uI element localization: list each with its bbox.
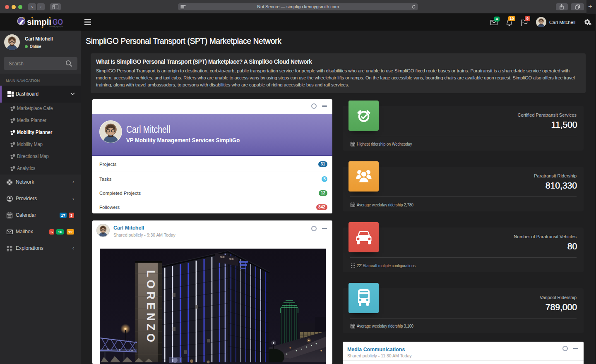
svg-text:GO: GO: [53, 17, 63, 26]
svg-text:LORENZO: LORENZO: [144, 270, 157, 345]
svg-text:simpli: simpli: [27, 17, 51, 26]
svg-text:powered by phptransport: powered by phptransport: [49, 26, 63, 28]
